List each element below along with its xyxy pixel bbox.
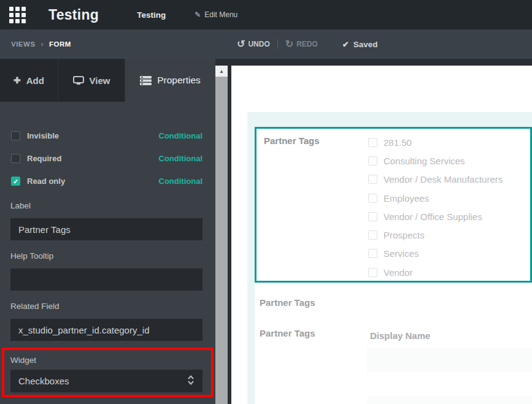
invisible-conditional-link[interactable]: Conditional [159, 131, 203, 140]
option-checkbox[interactable] [368, 249, 377, 258]
help-tooltip-input[interactable] [10, 269, 202, 291]
checkbox-option: Prospects [368, 226, 528, 244]
tab-add[interactable]: ✚ Add [0, 59, 58, 102]
menu-item-testing[interactable]: Testing [137, 10, 166, 20]
monitor-icon [73, 76, 84, 85]
readonly-label: Read only [27, 177, 65, 186]
scrollbar-track[interactable]: ▲ [215, 66, 228, 404]
option-label: Consulting Services [384, 156, 465, 166]
scroll-up-arrow-icon[interactable]: ▲ [215, 66, 228, 77]
tab-properties[interactable]: Properties [125, 59, 215, 102]
studio-sidebar: ✚ Add View Properties Invisible Conditio… [0, 59, 215, 404]
widget-select[interactable]: Checkboxes [10, 370, 202, 392]
label-input[interactable] [10, 218, 202, 240]
one2many-list [367, 348, 532, 404]
tab-add-label: Add [26, 75, 44, 86]
sheet-content: Partner Tags 281.50 Consulting Services [255, 127, 532, 404]
history-controls: ↺ UNDO ↻ REDO ✔ Saved [237, 29, 378, 59]
plus-icon: ✚ [13, 75, 21, 85]
required-checkbox[interactable] [11, 154, 20, 163]
form-top-gap [231, 59, 532, 66]
invisible-checkbox[interactable] [11, 131, 20, 140]
checkbox-option: Consulting Services [368, 151, 528, 170]
form-preview: Partner Tags 281.50 Consulting Services [231, 59, 532, 404]
help-tooltip-caption: Help Tooltip [10, 251, 53, 261]
list-row[interactable] [367, 395, 532, 404]
saved-label: Saved [353, 40, 378, 49]
scrollbar-top-gap [215, 59, 228, 66]
invisible-label: Invisible [27, 131, 59, 140]
partner-tags-field-label: Partner Tags [264, 135, 320, 146]
selected-field-partner-tags[interactable]: Partner Tags 281.50 Consulting Services [255, 127, 532, 283]
redo-icon: ↻ [285, 39, 293, 49]
partner-tags-field2-label[interactable]: Partner Tags [260, 297, 315, 308]
apps-grid-icon[interactable] [9, 7, 27, 23]
saved-status: ✔ Saved [342, 40, 378, 49]
required-label: Required [27, 154, 61, 163]
widget-caption: Widget [10, 356, 36, 365]
undo-button[interactable]: ↺ UNDO [237, 39, 270, 49]
option-checkbox[interactable] [368, 268, 377, 277]
checkbox-option: Vendor [368, 263, 528, 281]
toggle-required: Required Conditional [11, 150, 202, 166]
tab-properties-label: Properties [157, 75, 201, 86]
toggle-invisible: Invisible Conditional [11, 128, 202, 143]
partner-tags-field3-label[interactable]: Partner Tags [260, 328, 315, 338]
option-label: Prospects [384, 230, 425, 240]
option-checkbox[interactable] [368, 231, 377, 240]
breadcrumb: VIEWS › FORM [11, 40, 71, 48]
pencil-icon: ✎ [195, 10, 201, 19]
top-navbar: Testing Testing ✎ Edit Menu [0, 0, 532, 29]
list-icon [140, 76, 152, 85]
undo-icon: ↺ [237, 39, 245, 49]
checkbox-option: Services [368, 245, 528, 263]
related-field-input[interactable] [10, 319, 202, 341]
checkbox-option: Employees [368, 189, 528, 207]
display-name-column-header[interactable]: Display Name [370, 330, 430, 341]
readonly-conditional-link[interactable]: Conditional [159, 177, 203, 186]
option-checkbox[interactable] [368, 175, 377, 184]
edit-menu-button[interactable]: ✎ Edit Menu [195, 10, 237, 19]
list-row[interactable] [367, 348, 532, 372]
checkbox-option: Vendor / Desk Manufacturers [368, 170, 528, 189]
label-field-caption: Label [10, 201, 31, 210]
checkbox-option: Vendor / Office Supplies [368, 207, 528, 226]
scrollbar-thumb[interactable] [215, 77, 228, 404]
select-updown-icon [187, 375, 195, 387]
tab-view-label: View [90, 75, 110, 86]
option-label: Services [384, 248, 419, 259]
option-checkbox[interactable] [368, 138, 377, 147]
option-checkbox[interactable] [368, 156, 377, 166]
checkbox-option-list: 281.50 Consulting Services Vendor / Desk… [368, 133, 528, 281]
check-icon: ✔ [342, 40, 349, 49]
related-field-caption: Related Field [10, 302, 60, 311]
redo-label: REDO [296, 40, 318, 48]
readonly-checkbox[interactable]: ✓ [11, 177, 20, 186]
option-label: Vendor / Office Supplies [384, 212, 482, 222]
option-checkbox[interactable] [368, 212, 377, 221]
undo-label: UNDO [248, 40, 269, 48]
breadcrumb-separator: › [41, 40, 44, 48]
widget-select-value: Checkboxes [18, 376, 69, 386]
app-title: Testing [48, 7, 99, 23]
checkbox-option: 281.50 [368, 133, 528, 151]
option-checkbox[interactable] [368, 194, 377, 203]
breadcrumb-views[interactable]: VIEWS [11, 40, 36, 48]
option-label: Vendor / Desk Manufacturers [384, 174, 503, 185]
tab-view[interactable]: View [58, 59, 125, 102]
breadcrumb-form[interactable]: FORM [49, 40, 71, 48]
history-divider [277, 39, 278, 49]
required-conditional-link[interactable]: Conditional [159, 154, 203, 163]
list-row[interactable] [367, 372, 532, 395]
option-label: 281.50 [384, 137, 412, 148]
option-label: Vendor [384, 267, 413, 278]
option-label: Employees [384, 193, 429, 204]
vertical-scrollbar: ▲ [215, 59, 228, 404]
content-area: ✚ Add View Properties Invisible Conditio… [0, 59, 532, 404]
edit-menu-label: Edit Menu [204, 10, 237, 19]
toggle-readonly: ✓ Read only Conditional [11, 173, 202, 189]
sidebar-tabs: ✚ Add View Properties [0, 59, 215, 102]
redo-button[interactable]: ↻ REDO [285, 39, 318, 49]
sheet-highlight-frame: Partner Tags 281.50 Consulting Services [247, 112, 532, 404]
studio-toolbar: VIEWS › FORM ↺ UNDO ↻ REDO ✔ Saved [0, 29, 532, 59]
